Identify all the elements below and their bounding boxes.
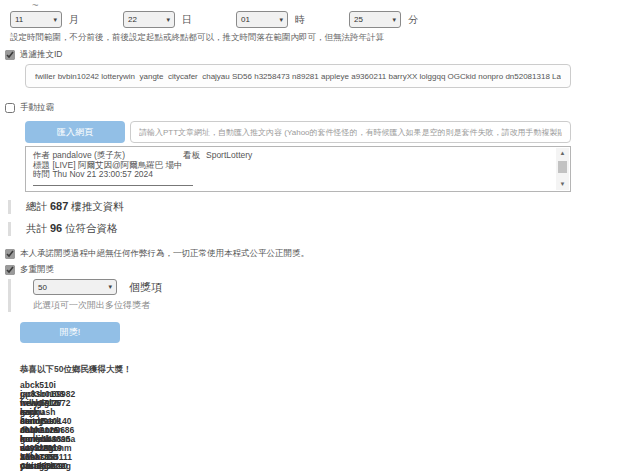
import-page-button[interactable]: 匯入網頁 (25, 121, 125, 143)
article-time: 時間 Thu Nov 21 23:00:57 2024 (33, 170, 550, 180)
fairness-promise-row: 本人承諾開獎過程中絕無任何作弊行為，一切正常使用本程式公平公正開獎。 (5, 248, 640, 260)
prize-count-group: 50 ▾ 個獎項 此選項可一次開出多位得獎者 (8, 279, 640, 312)
qualified-users-stat: 共計 96 位符合資格 (8, 222, 640, 236)
id-filter-input[interactable] (25, 64, 571, 88)
prize-count-hint: 此選項可一次開出多位得獎者 (33, 299, 640, 312)
month-select[interactable]: 11 ▾ (10, 11, 62, 28)
fairness-promise-label: 本人承諾開獎過程中絕無任何作弊行為，一切正常使用本程式公平公正開獎。 (20, 248, 309, 260)
minute-select-value: 25 (354, 15, 363, 24)
scroll-up-icon[interactable]: ▲ (560, 148, 566, 159)
month-select-value: 11 (15, 15, 23, 24)
manual-pull-checkbox[interactable] (5, 103, 15, 113)
hour-label: 時 (295, 13, 305, 27)
scrollbar[interactable]: ▲ ▼ (556, 148, 569, 190)
draw-button[interactable]: 開獎! (20, 322, 120, 343)
scrollbar-thumb[interactable] (558, 161, 567, 173)
hour-select[interactable]: 01 ▾ (236, 11, 288, 28)
article-separator-line (33, 180, 193, 186)
winners-column: godnashJointBankdaqn1125gunlinbananadavi… (20, 408, 165, 417)
multi-draw-checkbox[interactable] (5, 265, 15, 275)
winner-name: david106 (20, 444, 165, 453)
month-label: 月 (69, 13, 79, 27)
time-filter-row: 11 ▾ 月 22 ▾ 日 01 ▾ 時 25 ▾ 分 (10, 11, 640, 28)
day-label: 日 (182, 13, 192, 27)
id-filter-label: 過濾推文ID (20, 49, 63, 61)
result-heading: 恭喜以下50位鄉民獲得大獎！ (20, 364, 640, 376)
chevron-down-icon: ▾ (53, 16, 57, 24)
manual-pull-label: 手動拉霸 (20, 102, 54, 114)
manual-pull-row: 手動拉霸 (5, 102, 640, 114)
prize-count-select[interactable]: 50 ▾ (33, 279, 117, 295)
minute-label: 分 (408, 13, 418, 27)
chevron-down-icon: ▾ (166, 16, 170, 24)
hour-select-value: 01 (241, 15, 250, 24)
id-filter-row: 過濾推文ID (5, 49, 640, 61)
day-select-value: 22 (128, 15, 137, 24)
minute-select[interactable]: 25 ▾ (349, 11, 401, 28)
scroll-down-icon[interactable]: ▼ (560, 179, 566, 190)
fairness-promise-checkbox[interactable] (5, 249, 15, 259)
chevron-down-icon: ▾ (392, 16, 396, 24)
total-comments-stat: 總計 687 樓推文資料 (8, 200, 640, 214)
chevron-down-icon: ▾ (108, 283, 112, 291)
winners-grid: abck510ijackson69982newgigi7672aajujusta… (20, 381, 640, 471)
prize-count-label: 個獎項 (129, 280, 162, 295)
article-board: 看板SportLottery (183, 151, 252, 161)
total-comments-count: 687 (50, 200, 68, 212)
time-range-hint: 設定時間範圍，不分前後，前後設定起點或終點都可以，推文時間落在範圍內即可，但無法… (10, 32, 640, 44)
import-row: 匯入網頁 (25, 121, 640, 143)
qualified-users-count: 96 (50, 222, 62, 234)
article-url-input[interactable] (130, 121, 571, 143)
multi-draw-row: 多重開獎 (5, 264, 640, 276)
prize-count-value: 50 (38, 283, 47, 292)
chevron-down-icon: ▾ (279, 16, 283, 24)
id-filter-checkbox[interactable] (5, 50, 15, 60)
multi-draw-label: 多重開獎 (20, 264, 54, 276)
range-separator-tilde: ~ (32, 0, 640, 10)
article-preview-textarea[interactable]: 作者 pandalove (獎子灰) 看板SportLottery 標題 [LI… (25, 146, 571, 192)
day-select[interactable]: 22 ▾ (123, 11, 175, 28)
